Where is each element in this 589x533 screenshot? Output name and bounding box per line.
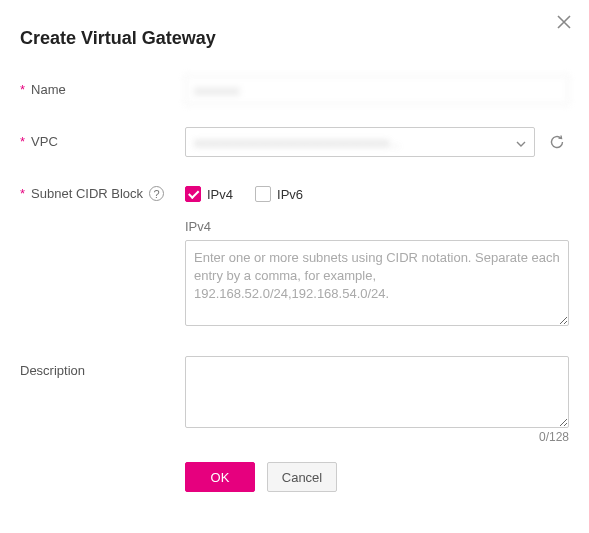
label-name: * Name — [20, 75, 185, 97]
label-vpc: * VPC — [20, 127, 185, 149]
required-marker: * — [20, 186, 25, 201]
required-marker: * — [20, 134, 25, 149]
label-description: Description — [20, 356, 185, 378]
label-name-text: Name — [31, 82, 66, 97]
subnet-cidr-textarea[interactable] — [185, 240, 569, 326]
dialog-title: Create Virtual Gateway — [20, 28, 569, 49]
label-subnet-text: Subnet CIDR Block — [31, 186, 143, 201]
label-description-text: Description — [20, 363, 85, 378]
ipv6-checkbox[interactable]: IPv6 — [255, 186, 303, 202]
name-input[interactable] — [185, 75, 569, 105]
chevron-down-icon — [516, 135, 526, 150]
row-name: * Name — [20, 75, 569, 105]
refresh-icon[interactable] — [545, 130, 569, 154]
checkbox-icon — [255, 186, 271, 202]
description-char-counter: 0/128 — [185, 430, 569, 444]
checkbox-icon — [185, 186, 201, 202]
required-marker: * — [20, 82, 25, 97]
label-subnet: * Subnet CIDR Block ? — [20, 179, 185, 201]
ipv4-checkbox-label: IPv4 — [207, 187, 233, 202]
ipv4-checkbox[interactable]: IPv4 — [185, 186, 233, 202]
row-subnet: * Subnet CIDR Block ? IPv4 IPv6 IPv4 — [20, 179, 569, 326]
row-vpc: * VPC xxxxxxxxxxxxxxxxxxxxxxxxxxxxxx... — [20, 127, 569, 157]
help-icon[interactable]: ? — [149, 186, 164, 201]
label-vpc-text: VPC — [31, 134, 58, 149]
description-textarea[interactable] — [185, 356, 569, 428]
cancel-button[interactable]: Cancel — [267, 462, 337, 492]
row-description: Description 0/128 — [20, 356, 569, 444]
vpc-select-value: xxxxxxxxxxxxxxxxxxxxxxxxxxxxxx... — [194, 135, 510, 150]
ipv4-sub-label: IPv4 — [185, 219, 569, 234]
ok-button[interactable]: OK — [185, 462, 255, 492]
ipv6-checkbox-label: IPv6 — [277, 187, 303, 202]
close-icon[interactable] — [557, 14, 571, 32]
dialog-footer: OK Cancel — [185, 462, 569, 492]
vpc-select[interactable]: xxxxxxxxxxxxxxxxxxxxxxxxxxxxxx... — [185, 127, 535, 157]
